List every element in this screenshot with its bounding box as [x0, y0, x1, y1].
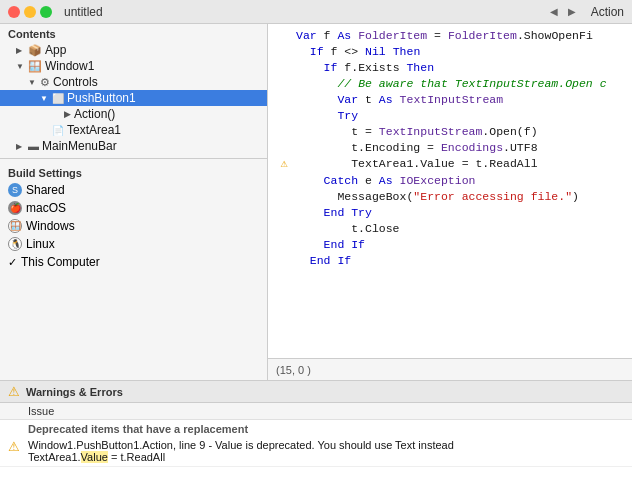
code-line-11: MessageBox("Error accessing file.")	[276, 189, 624, 205]
sidebar-item-app[interactable]: 📦 App	[0, 42, 267, 58]
macos-icon: 🍎	[8, 201, 22, 215]
code-line-12: End Try	[276, 205, 624, 221]
build-item-linux[interactable]: 🐧 Linux	[0, 235, 267, 253]
app-label: App	[45, 43, 66, 57]
nav-arrows: ◀ ▶	[547, 6, 579, 17]
linux-label: Linux	[26, 237, 55, 251]
code-line-4: // Be aware that TextInputStream.Open c	[276, 76, 624, 92]
bottom-panel: ⚠ Warnings & Errors Issue Deprecated ite…	[0, 380, 632, 500]
sidebar-item-action[interactable]: ▶ Action()	[0, 106, 267, 122]
main-content: Contents 📦 App 🪟 Window1 ⚙ Controls ⬜ Pu…	[0, 24, 632, 380]
pushbutton1-label: PushButton1	[67, 91, 136, 105]
mainmenubar-icon: ▬	[28, 140, 39, 152]
code-editor[interactable]: Var f As FolderItem = FolderItem.ShowOpe…	[268, 24, 632, 358]
code-line-2: If f <> Nil Then	[276, 44, 624, 60]
check-icon: ✓	[8, 256, 17, 269]
panel-title: Warnings & Errors	[26, 386, 123, 398]
bottom-panel-header: ⚠ Warnings & Errors	[0, 381, 632, 403]
action-icon: ▶	[64, 109, 71, 119]
warning-gutter-icon: ⚠	[280, 157, 287, 171]
code-line-5: Var t As TextInputStream	[276, 92, 624, 108]
code-line-10: Catch e As IOException	[276, 173, 624, 189]
window-dot-yellow[interactable]	[24, 6, 36, 18]
sidebar-item-textarea1[interactable]: 📄 TextArea1	[0, 122, 267, 138]
mainmenubar-label: MainMenuBar	[42, 139, 117, 153]
macos-label: macOS	[26, 201, 66, 215]
window-title: untitled	[64, 5, 103, 19]
contents-label: Contents	[0, 24, 267, 42]
code-line-1: Var f As FolderItem = FolderItem.ShowOpe…	[276, 28, 624, 44]
code-line-6: Try	[276, 108, 624, 124]
nav-forward[interactable]: ▶	[565, 6, 579, 17]
issue-row-1[interactable]: ⚠ Window1.PushButton1.Action, line 9 - V…	[0, 436, 632, 467]
issue-message-line1: Window1.PushButton1.Action, line 9 - Val…	[28, 439, 624, 451]
sidebar: Contents 📦 App 🪟 Window1 ⚙ Controls ⬜ Pu…	[0, 24, 268, 380]
textarea1-label: TextArea1	[67, 123, 121, 137]
sidebar-item-pushbutton1[interactable]: ⬜ PushButton1	[0, 90, 267, 106]
build-settings-label: Build Settings	[0, 163, 267, 181]
code-line-3: If f.Exists Then	[276, 60, 624, 76]
issue-icon-col-1: ⚠	[8, 439, 28, 454]
code-line-14: End If	[276, 237, 624, 253]
code-line-9: ⚠ TextArea1.Value = t.ReadAll	[276, 156, 624, 173]
code-line-7: t = TextInputStream.Open(f)	[276, 124, 624, 140]
nav-back[interactable]: ◀	[547, 6, 561, 17]
sidebar-divider	[0, 158, 267, 159]
window1-label: Window1	[45, 59, 94, 73]
issue-text-1: Window1.PushButton1.Action, line 9 - Val…	[28, 439, 624, 463]
triangle-mainmenubar	[16, 142, 28, 151]
code-line-8: t.Encoding = Encodings.UTF8	[276, 140, 624, 156]
sidebar-item-window1[interactable]: 🪟 Window1	[0, 58, 267, 74]
textarea1-icon: 📄	[52, 125, 64, 136]
window-dot-red[interactable]	[8, 6, 20, 18]
triangle-pushbutton1	[40, 94, 52, 103]
triangle-window1	[16, 62, 28, 71]
gutter-9: ⚠	[276, 156, 292, 173]
windows-icon: 🪟	[8, 219, 22, 233]
build-item-windows[interactable]: 🪟 Windows	[0, 217, 267, 235]
sidebar-item-controls[interactable]: ⚙ Controls	[0, 74, 267, 90]
titlebar: untitled ◀ ▶ Action	[0, 0, 632, 24]
computer-label: This Computer	[21, 255, 100, 269]
code-line-15: End If	[276, 253, 624, 269]
controls-icon: ⚙	[40, 76, 50, 89]
pushbutton1-icon: ⬜	[52, 93, 64, 104]
cursor-position: (15, 0 )	[276, 364, 311, 376]
issue-icon-col-header	[8, 405, 28, 417]
issue-header-row: Issue	[0, 403, 632, 420]
action-label: Action()	[74, 107, 115, 121]
issue-warning-icon: ⚠	[8, 439, 20, 454]
status-bar: (15, 0 )	[268, 358, 632, 380]
sidebar-item-mainmenubar[interactable]: ▬ MainMenuBar	[0, 138, 267, 154]
build-item-macos[interactable]: 🍎 macOS	[0, 199, 267, 217]
code-editor-wrapper: Var f As FolderItem = FolderItem.ShowOpe…	[268, 24, 632, 380]
issue-col-header: Issue	[28, 405, 54, 417]
build-item-shared[interactable]: S Shared	[0, 181, 267, 199]
controls-label: Controls	[53, 75, 98, 89]
deprecated-header: Deprecated items that have a replacement	[0, 420, 632, 436]
shared-label: Shared	[26, 183, 65, 197]
panel-warning-icon: ⚠	[8, 384, 20, 399]
linux-icon: 🐧	[8, 237, 22, 251]
window1-icon: 🪟	[28, 60, 42, 73]
code-line-13: t.Close	[276, 221, 624, 237]
triangle-controls	[28, 78, 40, 87]
windows-label: Windows	[26, 219, 75, 233]
window-dot-green[interactable]	[40, 6, 52, 18]
action-panel-label: Action	[591, 5, 624, 19]
shared-icon: S	[8, 183, 22, 197]
build-item-computer[interactable]: ✓ This Computer	[0, 253, 267, 271]
deprecated-highlight: Value	[81, 451, 108, 463]
app-icon: 📦	[28, 44, 42, 57]
triangle-app	[16, 46, 28, 55]
issue-message-line2: TextArea1.Value = t.ReadAll	[28, 451, 624, 463]
